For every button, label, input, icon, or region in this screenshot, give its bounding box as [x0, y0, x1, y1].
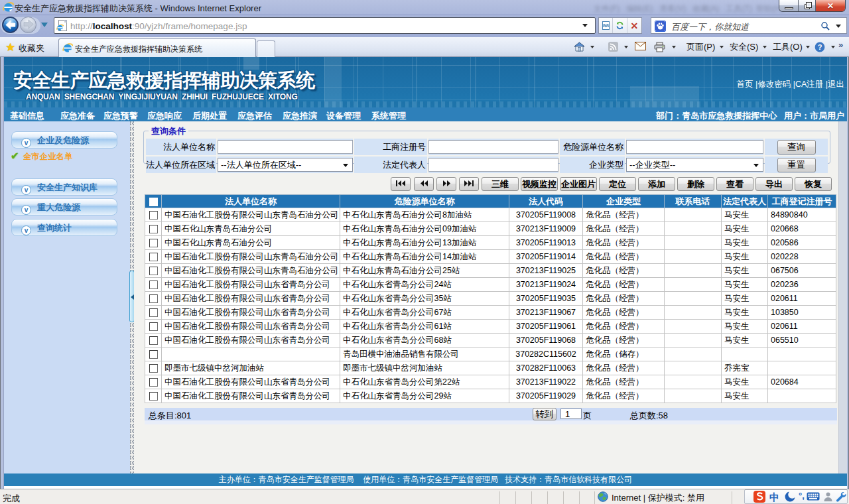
svg-text:?: ? [818, 43, 822, 51]
